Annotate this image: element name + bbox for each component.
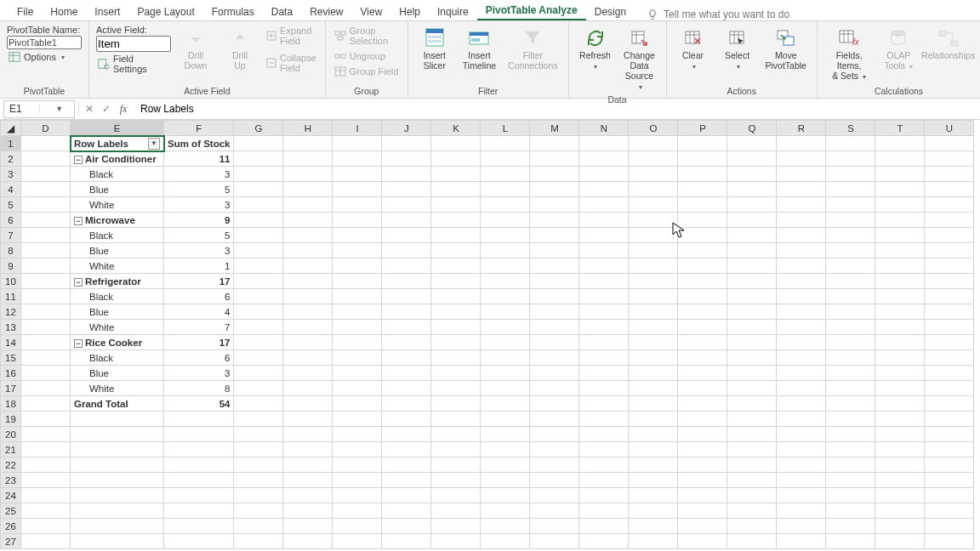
cell[interactable] [283, 519, 333, 534]
cell[interactable] [431, 396, 481, 412]
cell[interactable] [777, 304, 826, 320]
cell[interactable] [283, 136, 333, 151]
cell[interactable] [629, 519, 678, 534]
cell[interactable] [530, 396, 579, 412]
cell[interactable] [579, 473, 629, 488]
change-data-source-button[interactable]: Change DataSource ▾ [620, 25, 659, 93]
cell[interactable]: 9 [164, 213, 234, 228]
cell[interactable] [777, 213, 826, 228]
cell[interactable] [530, 289, 579, 304]
cell[interactable] [826, 519, 875, 534]
cell[interactable] [678, 258, 727, 274]
cell[interactable] [382, 243, 431, 258]
cell[interactable] [875, 381, 925, 396]
cell[interactable] [530, 274, 579, 289]
cell[interactable] [925, 243, 974, 258]
cell[interactable] [777, 366, 826, 381]
row-header[interactable]: 5 [1, 197, 21, 213]
cell[interactable] [530, 182, 579, 197]
cell[interactable] [481, 396, 530, 412]
cell[interactable] [333, 457, 382, 473]
pivottable-options-button[interactable]: Options▾ [7, 50, 82, 64]
cell[interactable] [875, 320, 925, 335]
cell[interactable] [283, 289, 333, 304]
cell[interactable] [826, 534, 875, 549]
pivottable-name-input[interactable] [7, 36, 82, 49]
cell[interactable] [875, 335, 925, 350]
cell[interactable] [925, 335, 974, 350]
cell[interactable] [283, 151, 333, 167]
cell[interactable] [530, 136, 579, 151]
row-header[interactable]: 1 [1, 136, 21, 151]
cell[interactable] [727, 182, 777, 197]
cell[interactable] [875, 304, 925, 320]
cell[interactable] [382, 519, 431, 534]
cell[interactable]: White [71, 381, 164, 396]
cell[interactable]: 3 [164, 197, 234, 213]
cell[interactable] [382, 381, 431, 396]
row-header[interactable]: 9 [1, 258, 21, 274]
cell[interactable]: 5 [164, 182, 234, 197]
cell[interactable] [727, 488, 777, 503]
cell[interactable] [629, 151, 678, 167]
cell[interactable] [333, 304, 382, 320]
cell[interactable] [431, 381, 481, 396]
cell[interactable] [777, 519, 826, 534]
cell[interactable]: −Rice Cooker [71, 335, 164, 350]
cell[interactable] [283, 488, 333, 503]
tab-file[interactable]: File [9, 3, 42, 20]
cell[interactable] [777, 228, 826, 243]
cell[interactable] [283, 304, 333, 320]
cell[interactable] [530, 457, 579, 473]
cell[interactable]: Blue [71, 366, 164, 381]
tell-me-search[interactable] [647, 9, 851, 20]
cell[interactable] [925, 396, 974, 412]
cell[interactable] [727, 274, 777, 289]
cell[interactable] [826, 304, 875, 320]
cell[interactable] [727, 243, 777, 258]
cell[interactable] [629, 442, 678, 457]
cell[interactable] [826, 503, 875, 519]
row-header[interactable]: 10 [1, 274, 21, 289]
insert-function-button[interactable]: fx [115, 103, 132, 116]
cell[interactable] [234, 304, 283, 320]
refresh-button[interactable]: Refresh▾ [576, 25, 615, 72]
cell[interactable] [481, 534, 530, 549]
cell[interactable] [678, 503, 727, 519]
cell[interactable] [777, 197, 826, 213]
cell[interactable] [826, 473, 875, 488]
cell[interactable] [678, 274, 727, 289]
cell[interactable] [164, 488, 234, 503]
cell[interactable] [481, 213, 530, 228]
cell[interactable] [21, 289, 71, 304]
cell[interactable] [579, 427, 629, 442]
cell[interactable] [431, 197, 481, 213]
row-header[interactable]: 22 [1, 457, 21, 473]
cell[interactable] [530, 534, 579, 549]
cell[interactable] [21, 304, 71, 320]
cell[interactable]: Blue [71, 243, 164, 258]
row-header[interactable]: 18 [1, 396, 21, 412]
cell[interactable] [678, 213, 727, 228]
cell[interactable] [481, 243, 530, 258]
cell[interactable] [481, 320, 530, 335]
cell[interactable] [333, 350, 382, 366]
cell[interactable] [431, 473, 481, 488]
cell[interactable] [579, 503, 629, 519]
cell[interactable] [579, 151, 629, 167]
cell[interactable] [21, 427, 71, 442]
cell[interactable] [678, 488, 727, 503]
tab-review[interactable]: Review [301, 3, 351, 20]
cell[interactable] [925, 442, 974, 457]
cell[interactable] [21, 457, 71, 473]
cell[interactable] [629, 258, 678, 274]
cell[interactable] [234, 182, 283, 197]
column-header-G[interactable]: G [234, 121, 283, 136]
cell[interactable] [875, 519, 925, 534]
cell[interactable] [579, 197, 629, 213]
cell[interactable] [875, 228, 925, 243]
insert-timeline-button[interactable]: InsertTimeline [459, 25, 499, 71]
cell[interactable] [21, 519, 71, 534]
cell[interactable] [382, 228, 431, 243]
row-header[interactable]: 4 [1, 182, 21, 197]
